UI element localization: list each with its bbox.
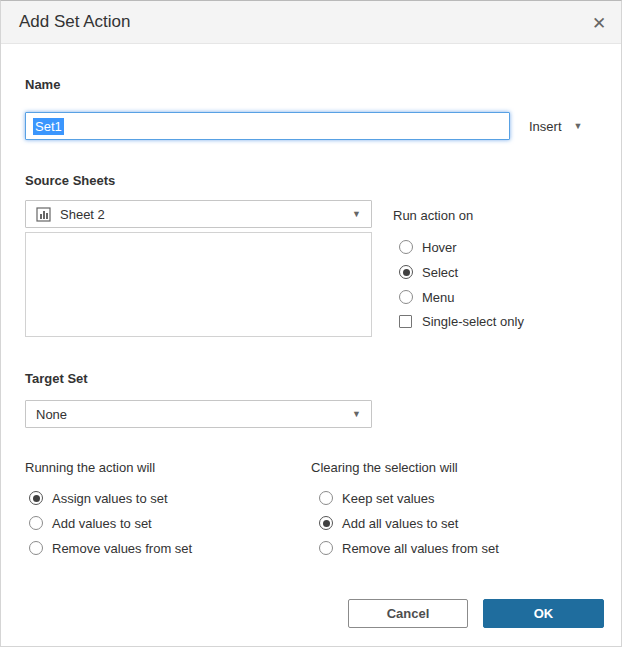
radio-icon [319, 541, 333, 555]
radio-hover-label: Hover [422, 240, 457, 255]
worksheet-icon [36, 207, 51, 222]
radio-icon [399, 240, 413, 254]
name-label: Name [25, 77, 60, 92]
radio-icon [399, 290, 413, 304]
radio-keep-set-values-label: Keep set values [342, 491, 435, 506]
cancel-button[interactable]: Cancel [348, 599, 468, 628]
name-input[interactable]: Set1 [25, 112, 510, 140]
source-sheets-label: Source Sheets [25, 173, 115, 188]
insert-dropdown-button[interactable]: Insert ▼ [529, 112, 582, 140]
radio-menu-label: Menu [422, 290, 455, 305]
radio-add-values[interactable]: Add values to set [29, 513, 152, 533]
radio-remove-values[interactable]: Remove values from set [29, 538, 192, 558]
radio-assign-values-label: Assign values to set [52, 491, 168, 506]
radio-keep-set-values[interactable]: Keep set values [319, 488, 435, 508]
source-sheet-dropdown[interactable]: Sheet 2 ▼ [25, 200, 372, 228]
radio-select[interactable]: Select [399, 262, 458, 282]
chevron-down-icon: ▼ [352, 409, 361, 419]
target-set-label: Target Set [25, 371, 88, 386]
dialog-titlebar: Add Set Action ✕ [1, 1, 621, 44]
radio-menu[interactable]: Menu [399, 287, 455, 307]
radio-icon [29, 516, 43, 530]
radio-remove-values-label: Remove values from set [52, 541, 192, 556]
single-select-only-checkbox[interactable]: Single-select only [399, 311, 524, 331]
name-input-value: Set1 [33, 118, 64, 135]
radio-hover[interactable]: Hover [399, 237, 457, 257]
chevron-down-icon: ▼ [574, 121, 583, 131]
single-select-only-label: Single-select only [422, 314, 524, 329]
add-set-action-dialog: Add Set Action ✕ Name Set1 Insert ▼ Sour… [0, 0, 622, 647]
close-icon[interactable]: ✕ [587, 11, 611, 35]
radio-icon [29, 491, 43, 505]
running-action-label: Running the action will [25, 460, 155, 475]
clearing-selection-label: Clearing the selection will [311, 460, 458, 475]
radio-icon [29, 541, 43, 555]
ok-button[interactable]: OK [483, 599, 604, 628]
radio-remove-all-values[interactable]: Remove all values from set [319, 538, 499, 558]
radio-icon [399, 265, 413, 279]
target-set-value: None [36, 407, 352, 422]
run-action-on-label: Run action on [393, 208, 473, 223]
radio-add-all-values-label: Add all values to set [342, 516, 458, 531]
insert-label: Insert [529, 119, 562, 134]
chevron-down-icon: ▼ [352, 209, 361, 219]
radio-assign-values[interactable]: Assign values to set [29, 488, 168, 508]
radio-remove-all-values-label: Remove all values from set [342, 541, 499, 556]
radio-icon [319, 491, 333, 505]
radio-select-label: Select [422, 265, 458, 280]
radio-add-all-values[interactable]: Add all values to set [319, 513, 458, 533]
checkbox-icon [399, 315, 412, 328]
dialog-title: Add Set Action [19, 12, 131, 32]
radio-add-values-label: Add values to set [52, 516, 152, 531]
source-sheets-listbox[interactable] [25, 232, 372, 337]
radio-icon [319, 516, 333, 530]
target-set-dropdown[interactable]: None ▼ [25, 400, 372, 428]
source-sheet-value: Sheet 2 [60, 207, 352, 222]
